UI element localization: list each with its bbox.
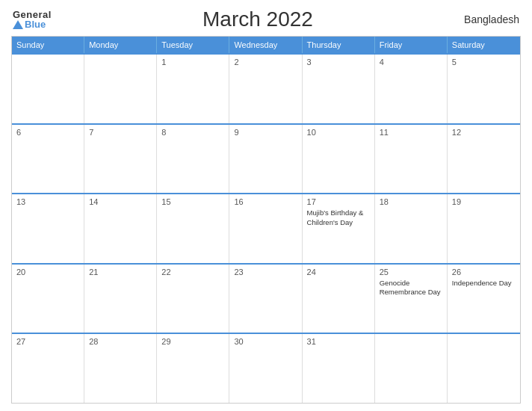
cal-cell-3-1: 21 — [84, 265, 157, 333]
cal-cell-4-4: 31 — [303, 334, 375, 403]
cal-cell-0-3: 2 — [229, 55, 302, 123]
cal-cell-4-1: 28 — [84, 334, 157, 403]
week-row-1: 12345 — [12, 53, 520, 123]
header-sunday: Sunday — [12, 37, 84, 53]
day-number: 16 — [234, 197, 297, 206]
day-number: 9 — [234, 128, 297, 137]
cal-cell-1-6: 12 — [448, 125, 520, 194]
day-number: 21 — [89, 268, 152, 276]
header-thursday: Thursday — [303, 37, 375, 53]
cal-cell-4-2: 29 — [157, 334, 229, 403]
cal-cell-0-4: 3 — [303, 55, 375, 123]
cal-cell-1-2: 8 — [157, 125, 229, 194]
calendar-title: March 2022 — [202, 7, 313, 31]
day-number: 2 — [234, 58, 297, 67]
cal-cell-3-0: 20 — [12, 265, 84, 333]
cal-cell-4-0: 27 — [12, 334, 84, 403]
cal-cell-2-6: 19 — [448, 194, 520, 263]
day-number: 25 — [380, 268, 442, 276]
day-number: 1 — [161, 58, 224, 67]
cal-cell-1-3: 9 — [229, 125, 302, 194]
day-number: 18 — [380, 197, 442, 206]
header-tuesday: Tuesday — [157, 37, 229, 53]
day-number: 31 — [307, 337, 370, 346]
country-label: Bangladesh — [464, 13, 519, 25]
day-number: 11 — [380, 128, 442, 137]
day-number: 4 — [380, 58, 442, 67]
cal-cell-0-1 — [84, 55, 157, 123]
day-number: 28 — [89, 337, 152, 346]
cal-cell-3-3: 23 — [229, 265, 302, 333]
calendar-grid: Sunday Monday Tuesday Wednesday Thursday… — [11, 36, 521, 404]
day-number: 12 — [452, 128, 516, 137]
cal-cell-4-6 — [448, 334, 520, 403]
week-row-3: 1314151617Mujib's Birthday & Children's … — [12, 193, 520, 263]
cal-cell-0-2: 1 — [157, 55, 229, 123]
header-saturday: Saturday — [448, 37, 520, 53]
week-row-4: 202122232425Genocide Remembrance Day26In… — [12, 263, 520, 333]
logo: General Blue — [13, 10, 52, 29]
cal-cell-3-6: 26Independence Day — [448, 265, 520, 333]
cal-cell-2-3: 16 — [229, 194, 302, 263]
cal-cell-1-1: 7 — [84, 125, 157, 194]
day-number: 15 — [161, 197, 224, 206]
cal-cell-0-6: 5 — [448, 55, 520, 123]
calendar-event: Independence Day — [452, 279, 516, 288]
cal-cell-2-0: 13 — [12, 194, 84, 263]
cal-cell-1-4: 10 — [303, 125, 375, 194]
calendar-header-row: Sunday Monday Tuesday Wednesday Thursday… — [12, 37, 520, 53]
cal-cell-2-2: 15 — [157, 194, 229, 263]
logo-triangle-icon — [13, 20, 23, 29]
day-number: 10 — [307, 128, 370, 137]
calendar-body: 1234567891011121314151617Mujib's Birthda… — [12, 53, 520, 403]
day-number: 23 — [234, 268, 297, 276]
cal-cell-2-5: 18 — [375, 194, 448, 263]
header-wednesday: Wednesday — [229, 37, 302, 53]
cal-cell-4-3: 30 — [229, 334, 302, 403]
week-row-2: 6789101112 — [12, 123, 520, 194]
day-number: 19 — [452, 197, 516, 206]
cal-cell-2-4: 17Mujib's Birthday & Children's Day — [303, 194, 375, 263]
day-number: 17 — [307, 197, 370, 206]
day-number: 27 — [16, 337, 79, 346]
day-number: 14 — [89, 197, 152, 206]
day-number: 7 — [89, 128, 152, 137]
day-number: 26 — [452, 268, 516, 276]
day-number: 24 — [307, 268, 370, 276]
calendar-event: Genocide Remembrance Day — [380, 279, 442, 297]
logo-blue-text: Blue — [25, 19, 46, 29]
header-friday: Friday — [375, 37, 448, 53]
day-number: 30 — [234, 337, 297, 346]
cal-cell-4-5 — [375, 334, 448, 403]
cal-cell-1-0: 6 — [12, 125, 84, 194]
calendar-page: General Blue March 2022 Bangladesh Sunda… — [0, 0, 532, 411]
header-monday: Monday — [84, 37, 157, 53]
cal-cell-2-1: 14 — [84, 194, 157, 263]
day-number: 8 — [161, 128, 224, 137]
day-number: 22 — [161, 268, 224, 276]
day-number: 6 — [16, 128, 79, 137]
day-number: 3 — [307, 58, 370, 67]
day-number: 20 — [16, 268, 79, 276]
calendar-event: Mujib's Birthday & Children's Day — [307, 208, 370, 227]
day-number: 13 — [16, 197, 79, 206]
cal-cell-3-5: 25Genocide Remembrance Day — [375, 265, 448, 333]
header: General Blue March 2022 Bangladesh — [11, 7, 521, 31]
week-row-5: 2728293031 — [12, 333, 520, 403]
cal-cell-3-2: 22 — [157, 265, 229, 333]
day-number: 29 — [161, 337, 224, 346]
logo-blue-row: Blue — [13, 19, 52, 29]
cal-cell-0-5: 4 — [375, 55, 448, 123]
day-number: 5 — [452, 58, 516, 67]
cal-cell-0-0 — [12, 55, 84, 123]
cal-cell-1-5: 11 — [375, 125, 448, 194]
cal-cell-3-4: 24 — [303, 265, 375, 333]
